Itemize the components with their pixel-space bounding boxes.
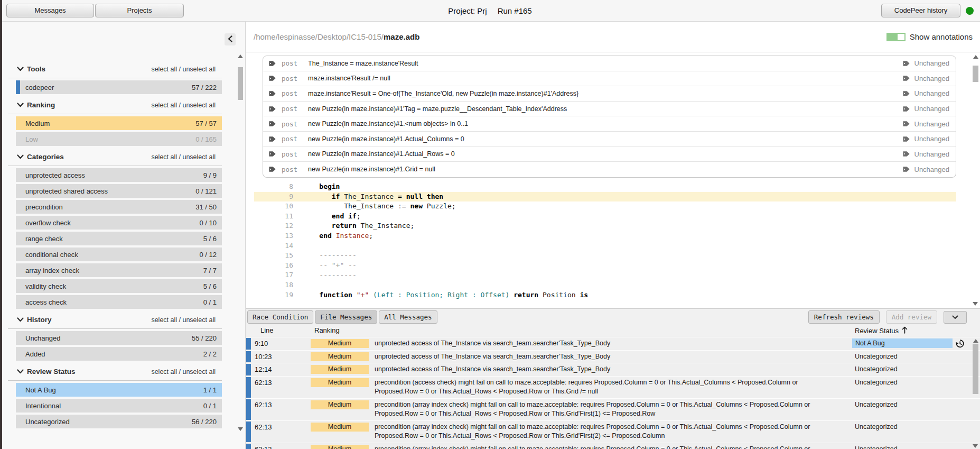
filter-item-not-a-bug[interactable]: Not A Bug1 / 1 — [16, 383, 222, 397]
column-header-ranking[interactable]: Ranking — [314, 326, 340, 334]
code-line-10[interactable]: 10 The_Instance := new Puzzle; — [254, 201, 956, 212]
filter-item-uncategorized[interactable]: Uncategorized56 / 220 — [16, 415, 222, 428]
scroll-up-icon[interactable] — [973, 339, 978, 343]
scroll-up-icon[interactable] — [238, 54, 243, 58]
filter-item-low[interactable]: Low0 / 165 — [16, 132, 222, 146]
table-row[interactable]: 9:10Mediumunprotected access of The_Inst… — [246, 337, 980, 350]
select-all-links[interactable]: select all / unselect all — [151, 66, 216, 73]
show-annotations-label: Show annotations — [910, 32, 973, 41]
code-line-18[interactable]: 18 — [254, 280, 956, 290]
scroll-down-icon[interactable] — [973, 302, 978, 306]
annotation-status-label: Unchanged — [914, 75, 950, 83]
scrollbar-thumb[interactable] — [973, 344, 978, 394]
messages-scrollbar[interactable] — [971, 339, 980, 448]
filter-item-label: Low — [25, 135, 38, 143]
filter-item-codepeer[interactable]: codepeer57 / 222 — [16, 80, 222, 94]
tab-race-condition[interactable]: Race Condition — [247, 310, 313, 324]
select-all-links[interactable]: select all / unselect all — [151, 368, 216, 375]
tag-icon — [268, 166, 276, 173]
code-line-9[interactable]: 9 if The_Instance = null then — [254, 192, 956, 202]
line-number: 11 — [254, 212, 303, 222]
code-line-16[interactable]: 16 -- "+" -- — [254, 261, 956, 271]
code-line-15[interactable]: 15 --------- — [254, 251, 956, 261]
filter-item-label: array index check — [25, 267, 79, 274]
section-items: unprotected access9 / 9unprotected share… — [0, 168, 222, 309]
projects-button[interactable]: Projects — [95, 4, 184, 17]
table-row[interactable]: 62:13Mediumprecondition (array index che… — [246, 420, 980, 443]
filter-item-unprotected-shared-access[interactable]: unprotected shared access0 / 121 — [16, 184, 222, 198]
annotation-text: maze.instance'Result = One-of{The_Instan… — [308, 90, 578, 97]
add-review-button[interactable]: Add review — [886, 310, 937, 324]
code-line-8[interactable]: 8 begin — [254, 182, 956, 192]
scroll-up-icon[interactable] — [973, 55, 978, 59]
panel-dropdown-button[interactable] — [944, 311, 967, 324]
code-token — [394, 202, 398, 210]
sidebar-scrollbar[interactable] — [238, 54, 244, 431]
table-row[interactable]: 62:13Mediumprecondition (array index che… — [246, 443, 980, 449]
chevron-down-icon[interactable] — [17, 154, 24, 159]
filter-item-added[interactable]: Added2 / 2 — [16, 347, 222, 361]
cell-ranking-badge: Medium — [311, 445, 369, 449]
select-all-links[interactable]: select all / unselect all — [151, 316, 216, 324]
tab-file-messages[interactable]: File Messages — [315, 310, 377, 324]
filter-item-overflow-check[interactable]: overflow check0 / 10 — [16, 216, 222, 230]
filter-item-medium[interactable]: Medium57 / 57 — [16, 116, 222, 130]
filter-item-access-check[interactable]: access check0 / 1 — [16, 295, 222, 309]
filter-item-unprotected-access[interactable]: unprotected access9 / 9 — [16, 168, 222, 182]
column-header-review-status[interactable]: Review Status — [855, 326, 908, 335]
codepeer-history-button[interactable]: CodePeer history — [881, 4, 960, 17]
filter-item-precondition[interactable]: precondition31 / 50 — [16, 200, 222, 214]
section-title: Categories — [27, 153, 64, 161]
section-header: Historyselect all / unselect all — [0, 316, 222, 324]
sort-ascending-icon[interactable] — [902, 326, 908, 335]
code-token — [369, 291, 373, 299]
code-text: function "+" (Left : Position; Right : O… — [303, 290, 588, 300]
code-line-12[interactable]: 12 return The_Instance; — [254, 221, 956, 231]
filter-item-array-index-check[interactable]: array index check7 / 7 — [16, 263, 222, 277]
refresh-reviews-button[interactable]: Refresh reviews — [808, 310, 880, 324]
table-row[interactable]: 12:14Mediumunprotected access of The_Ins… — [246, 363, 980, 376]
filter-item-conditional-check[interactable]: conditional check0 / 12 — [16, 248, 222, 261]
select-all-links[interactable]: select all / unselect all — [151, 153, 216, 161]
chevron-down-icon[interactable] — [17, 103, 24, 107]
tab-all-messages[interactable]: All Messages — [379, 310, 437, 324]
code-token: The_Instance — [344, 193, 394, 200]
code-line-13[interactable]: 13 end Instance; — [254, 231, 956, 241]
line-number: 17 — [254, 270, 303, 280]
filter-item-label: Intentionnal — [25, 402, 61, 410]
sidebar-collapse-button[interactable] — [225, 33, 236, 45]
code-line-11[interactable]: 11 end if; — [254, 212, 956, 222]
chevron-down-icon[interactable] — [17, 369, 24, 374]
scroll-down-icon[interactable] — [973, 444, 978, 448]
filter-item-range-check[interactable]: range check5 / 6 — [16, 232, 222, 245]
tag-icon — [268, 60, 276, 67]
filter-item-intentionnal[interactable]: Intentionnal0 / 1 — [16, 399, 222, 413]
column-header-line[interactable]: Line — [260, 326, 274, 334]
table-row[interactable]: 10:23Mediumunprotected access of The_Ins… — [246, 350, 980, 363]
chevron-down-icon[interactable] — [17, 317, 24, 322]
filter-item-unchanged[interactable]: Unchanged55 / 220 — [16, 331, 222, 345]
code-line-14[interactable]: 14 — [254, 241, 956, 251]
section-header: Review Statusselect all / unselect all — [0, 368, 222, 375]
scroll-down-icon[interactable] — [238, 427, 243, 431]
source-scrollbar[interactable] — [971, 54, 980, 307]
messages-panel: Race ConditionFile MessagesAll Messages … — [246, 308, 980, 449]
filter-item-count: 0 / 1 — [203, 402, 217, 410]
filter-item-label: access check — [25, 298, 67, 306]
annotations-control: Show annotations — [886, 32, 973, 41]
chevron-down-icon[interactable] — [17, 67, 24, 71]
scrollbar-thumb[interactable] — [238, 67, 243, 100]
table-row[interactable]: 62:13Mediumprecondition (access check) m… — [246, 376, 980, 398]
scrollbar-thumb[interactable] — [973, 66, 978, 82]
filter-item-count: 0 / 10 — [199, 219, 217, 227]
code-line-17[interactable]: 17 --------- — [254, 270, 956, 280]
table-row[interactable]: 62:13Mediumprecondition (array index che… — [246, 398, 980, 420]
messages-button[interactable]: Messages — [6, 4, 94, 17]
code-line-19[interactable]: 19 function "+" (Left : Position; Right … — [254, 290, 956, 300]
select-all-links[interactable]: select all / unselect all — [151, 102, 216, 109]
history-icon[interactable] — [955, 338, 965, 349]
annotation-kind-label: post — [282, 150, 297, 158]
code-token: function — [319, 291, 352, 299]
filter-item-validity-check[interactable]: validity check5 / 6 — [16, 279, 222, 293]
show-annotations-toggle[interactable] — [886, 33, 906, 41]
